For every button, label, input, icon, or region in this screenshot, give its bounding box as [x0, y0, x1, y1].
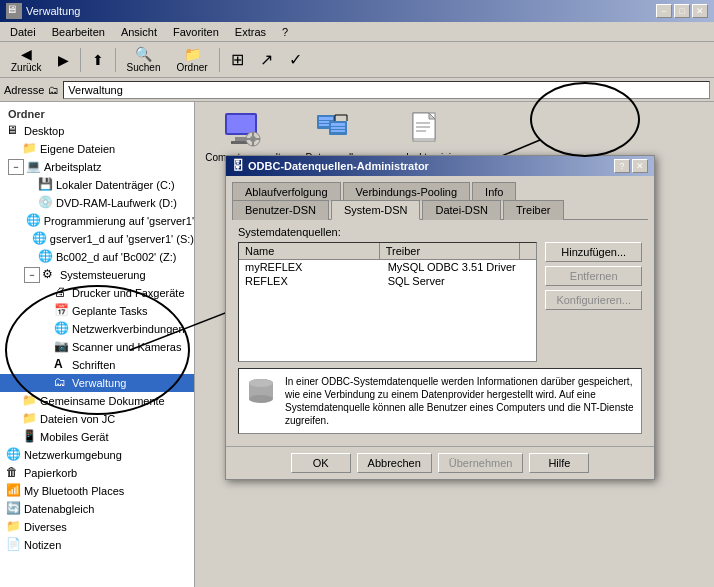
sidebar-item-geplante[interactable]: 📅 Geplante Tasks	[0, 302, 194, 320]
help-button[interactable]: Hilfe	[529, 453, 589, 473]
sidebar-item-systemsteuerung[interactable]: − ⚙ Systemsteuerung	[0, 266, 194, 284]
dialog-title-bar: 🗄 ODBC-Datenquellen-Administrator ? ✕	[226, 156, 654, 176]
sidebar-item-bluetooth[interactable]: 📶 My Bluetooth Places	[0, 482, 194, 500]
ok-button[interactable]: OK	[291, 453, 351, 473]
sidebar-item-desktop[interactable]: 🖥 Desktop	[0, 122, 194, 140]
sidebar-item-prog-gserver[interactable]: 🌐 Programmierung auf 'gserver1'	[0, 212, 194, 230]
sidebar-item-notizen[interactable]: 📄 Notizen	[0, 536, 194, 554]
sidebar-item-lokal-c[interactable]: 💾 Lokaler Datenträger (C:)	[0, 176, 194, 194]
tab-verbindungs[interactable]: Verbindungs-Pooling	[343, 182, 471, 201]
maximize-button[interactable]: □	[674, 4, 690, 18]
arbeitsplatz-expander[interactable]: −	[8, 159, 24, 175]
apply-button[interactable]: Übernehmen	[438, 453, 524, 473]
sidebar-item-bc002[interactable]: 🌐 Bc002_d auf 'Bc002' (Z:)	[0, 248, 194, 266]
forward-button[interactable]: ▶	[51, 45, 76, 75]
arbeitsplatz-icon: 💻	[26, 159, 42, 175]
sidebar-label-datenabgleich: Datenabgleich	[24, 503, 94, 515]
dialog-help-button[interactable]: ?	[614, 159, 630, 173]
bc002-icon: 🌐	[38, 249, 54, 265]
eigene-icon: 📁	[22, 141, 38, 157]
row-driver-reflex: SQL Server	[388, 275, 531, 287]
cancel-button[interactable]: Abbrechen	[357, 453, 432, 473]
close-button[interactable]: ✕	[692, 4, 708, 18]
tab-ablaufverfolgung[interactable]: Ablaufverfolgung	[232, 182, 341, 201]
dialog-close-button[interactable]: ✕	[632, 159, 648, 173]
back-button[interactable]: ◀ Zurück	[4, 45, 49, 75]
sidebar-item-drucker[interactable]: 🖨 Drucker und Faxgeräte	[0, 284, 194, 302]
sidebar-label-bluetooth: My Bluetooth Places	[24, 485, 124, 497]
sidebar-item-papierkorb[interactable]: 🗑 Papierkorb	[0, 464, 194, 482]
sidebar-item-schriften[interactable]: A Schriften	[0, 356, 194, 374]
sidebar-label-notizen: Notizen	[24, 539, 61, 551]
sidebar-label-schriften: Schriften	[72, 359, 115, 371]
menu-help[interactable]: ?	[276, 25, 294, 39]
svg-point-5	[250, 136, 256, 142]
systemsteuerung-expander[interactable]: −	[24, 267, 40, 283]
folders-button[interactable]: 📁 Ordner	[169, 45, 214, 75]
up-button[interactable]: ⬆	[85, 45, 111, 75]
col-name: Name	[239, 243, 380, 259]
views-button[interactable]: ⊞	[224, 45, 251, 75]
tab-treiber[interactable]: Treiber	[503, 200, 563, 220]
info-box: In einer ODBC-Systemdatenquelle werden I…	[238, 368, 642, 434]
configure-button[interactable]: Konfigurieren...	[545, 290, 642, 310]
bluetooth-icon: 📶	[6, 483, 22, 499]
tab-system[interactable]: System-DSN	[331, 200, 421, 220]
sidebar-item-datenabgleich[interactable]: 🔄 Datenabgleich	[0, 500, 194, 518]
sidebar-label-scanner: Scanner und Kameras	[72, 341, 181, 353]
menu-favoriten[interactable]: Favoriten	[167, 25, 225, 39]
tab-info[interactable]: Info	[472, 182, 516, 201]
verwaltung-icon: 🗂	[54, 375, 70, 391]
sidebar-item-verwaltung[interactable]: 🗂 Verwaltung	[0, 374, 194, 392]
add-button[interactable]: Hinzufügen...	[545, 242, 642, 262]
dateien-jc-icon: 📁	[22, 411, 38, 427]
sidebar-item-diverses[interactable]: 📁 Diverses	[0, 518, 194, 536]
svg-rect-16	[331, 127, 345, 129]
sidebar-item-mobiles[interactable]: 📱 Mobiles Gerät	[0, 428, 194, 446]
table-header: Name Treiber	[239, 243, 536, 260]
address-bar: Adresse 🗂 Verwaltung	[0, 78, 714, 102]
datenabgleich-icon: 🔄	[6, 501, 22, 517]
tab-benutzer[interactable]: Benutzer-DSN	[232, 200, 329, 220]
col-treiber: Treiber	[380, 243, 521, 259]
table-body: myREFLEX MySQL ODBC 3.51 Driver REFLEX S…	[239, 260, 536, 350]
schriften-icon: A	[54, 357, 70, 373]
search-button[interactable]: 🔍 Suchen	[120, 45, 168, 75]
sidebar-item-eigene[interactable]: 📁 Eigene Dateien	[0, 140, 194, 158]
sidebar-label-dateien-jc: Dateien von JC	[40, 413, 115, 425]
dialog-title-icon: 🗄	[232, 159, 244, 173]
title-bar: 🖥 Verwaltung − □ ✕	[0, 0, 714, 22]
systemsteuerung-icon: ⚙	[42, 267, 58, 283]
dialog-footer: OK Abbrechen Übernehmen Hilfe	[226, 446, 654, 479]
sidebar-label-prog-gserver: Programmierung auf 'gserver1'	[44, 215, 194, 227]
menu-ansicht[interactable]: Ansicht	[115, 25, 163, 39]
menu-bearbeiten[interactable]: Bearbeiten	[46, 25, 111, 39]
table-row[interactable]: REFLEX SQL Server	[239, 274, 536, 288]
menu-datei[interactable]: Datei	[4, 25, 42, 39]
window-title: Verwaltung	[26, 5, 80, 17]
table-row[interactable]: myREFLEX MySQL ODBC 3.51 Driver	[239, 260, 536, 274]
gemeinsame-icon: 📁	[22, 393, 38, 409]
tab-datei[interactable]: Datei-DSN	[422, 200, 501, 220]
sidebar-item-arbeitsplatz[interactable]: − 💻 Arbeitsplatz	[0, 158, 194, 176]
sidebar-item-gserver1[interactable]: 🌐 gserver1_d auf 'gserver1' (S:)	[0, 230, 194, 248]
address-field[interactable]: Verwaltung	[63, 81, 710, 99]
scanner-icon: 📷	[54, 339, 70, 355]
sidebar-item-dvd-d[interactable]: 💿 DVD-RAM-Laufwerk (D:)	[0, 194, 194, 212]
svg-rect-9	[256, 138, 260, 140]
menu-extras[interactable]: Extras	[229, 25, 272, 39]
info-text: In einer ODBC-Systemdatenquelle werden I…	[285, 375, 635, 427]
sidebar-item-netzwerk[interactable]: 🌐 Netzwerkverbindungen	[0, 320, 194, 338]
move-button[interactable]: ↗	[253, 45, 280, 75]
sidebar-label-diverses: Diverses	[24, 521, 67, 533]
sidebar-item-scanner[interactable]: 📷 Scanner und Kameras	[0, 338, 194, 356]
svg-rect-17	[331, 130, 345, 132]
minimize-button[interactable]: −	[656, 4, 672, 18]
window-controls: − □ ✕	[656, 4, 708, 18]
remove-button[interactable]: Entfernen	[545, 266, 642, 286]
check-button[interactable]: ✓	[282, 45, 309, 75]
table-area: Name Treiber myREFLEX MySQL ODBC 3.51 Dr…	[238, 242, 642, 362]
sidebar-item-gemeinsame[interactable]: 📁 Gemeinsame Dokumente	[0, 392, 194, 410]
sidebar-item-netzwerkumgebung[interactable]: 🌐 Netzwerkumgebung	[0, 446, 194, 464]
sidebar-item-dateien-jc[interactable]: 📁 Dateien von JC	[0, 410, 194, 428]
